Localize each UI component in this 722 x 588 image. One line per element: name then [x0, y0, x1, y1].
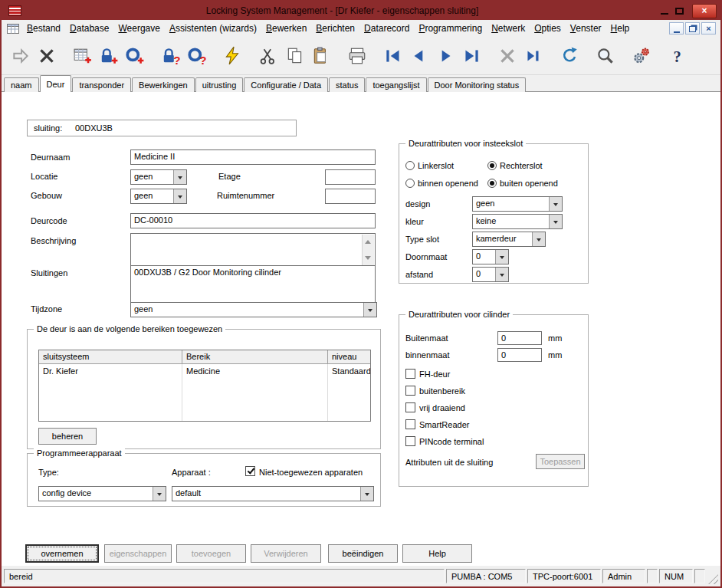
- kleur-dropdown-arrow-icon[interactable]: [549, 215, 562, 228]
- menu-help[interactable]: Help: [606, 21, 635, 36]
- locatie-dropdown-arrow-icon[interactable]: [173, 170, 186, 184]
- menu-opties[interactable]: Opties: [530, 21, 566, 36]
- menu-berichten[interactable]: Berichten: [311, 21, 359, 36]
- toevoegen-button[interactable]: toevoegen: [176, 544, 246, 563]
- niet-toegewezen-checkbox[interactable]: [245, 466, 255, 476]
- doornmaat-dropdown[interactable]: 0: [472, 249, 509, 264]
- deurnaam-input[interactable]: Medicine II: [130, 149, 376, 165]
- binnen-openend-radio[interactable]: [405, 179, 415, 188]
- buitenmaat-input[interactable]: 0: [497, 331, 542, 345]
- doornmaat-dropdown-arrow-icon[interactable]: [495, 250, 508, 264]
- tab-transponder[interactable]: transponder: [72, 77, 131, 92]
- first-record-button[interactable]: [382, 44, 405, 67]
- apparaat-dropdown[interactable]: default: [172, 486, 374, 501]
- kleur-dropdown[interactable]: keine: [472, 214, 563, 229]
- filter-settings-button[interactable]: [630, 44, 653, 67]
- transfer-button[interactable]: [9, 44, 32, 67]
- menu-netwerk[interactable]: Netwerk: [487, 21, 530, 36]
- cross-button[interactable]: [35, 44, 58, 67]
- app-icon[interactable]: [8, 5, 21, 16]
- beeindigen-button[interactable]: beëindigen: [328, 544, 398, 563]
- tab-configuratie-data[interactable]: Configuratie / Data: [244, 77, 328, 92]
- add-lock-button[interactable]: [97, 44, 120, 67]
- mdi-minimize-button[interactable]: [669, 22, 684, 34]
- sluitingen-textarea[interactable]: 00DXU3B / G2 Door Monitoring cilinder: [130, 265, 376, 304]
- buitenbereik-checkbox[interactable]: [405, 386, 415, 396]
- goto-record-button[interactable]: [522, 44, 545, 67]
- menu-datarecord[interactable]: Datarecord: [359, 21, 414, 36]
- verwijderen-button[interactable]: Verwijderen: [251, 544, 321, 563]
- vrij-draaiend-checkbox[interactable]: [405, 402, 415, 412]
- tab-naam[interactable]: naam: [4, 77, 39, 92]
- pincode-terminal-checkbox[interactable]: [405, 436, 415, 446]
- beschrijving-scrollbar[interactable]: [362, 235, 374, 265]
- beheren-button[interactable]: beheren: [38, 428, 97, 445]
- menu-bewerken[interactable]: Bewerken: [261, 21, 311, 36]
- tab-door-monitoring-status[interactable]: Door Monitoring status: [428, 77, 527, 92]
- previous-record-button[interactable]: [408, 44, 431, 67]
- afstand-dropdown[interactable]: 0: [472, 267, 509, 282]
- design-dropdown[interactable]: geen: [472, 196, 563, 212]
- read-transponder-button[interactable]: ?: [185, 44, 208, 67]
- design-dropdown-arrow-icon[interactable]: [549, 197, 562, 211]
- mdi-close-button[interactable]: ×: [701, 22, 716, 34]
- gebouw-dropdown[interactable]: geen: [130, 189, 187, 204]
- table-row[interactable]: Dr. Kiefer Medicine Standaard: [39, 366, 370, 376]
- overnemen-button[interactable]: overnemen: [25, 544, 99, 563]
- apparaat-dropdown-arrow-icon[interactable]: [360, 487, 373, 501]
- menu-venster[interactable]: Venster: [566, 21, 606, 36]
- refresh-button[interactable]: [558, 44, 581, 67]
- delete-record-button[interactable]: [496, 44, 519, 67]
- menu-database[interactable]: Database: [65, 21, 113, 36]
- menu-bestand[interactable]: Bestand: [22, 21, 65, 36]
- tijdzone-dropdown-arrow-icon[interactable]: [363, 303, 376, 317]
- maximize-button[interactable]: [675, 8, 684, 15]
- column-header-bereik[interactable]: Bereik: [182, 350, 328, 363]
- tab-uitrusting[interactable]: uitrusting: [195, 77, 244, 92]
- mdi-restore-button[interactable]: [685, 22, 700, 34]
- afstand-dropdown-arrow-icon[interactable]: [495, 268, 508, 281]
- type-slot-dropdown[interactable]: kamerdeur: [472, 232, 546, 247]
- beschrijving-textarea[interactable]: [130, 233, 376, 267]
- tab-bewerkingen[interactable]: Bewerkingen: [132, 77, 195, 92]
- cut-button[interactable]: [258, 44, 281, 67]
- tab-status[interactable]: status: [329, 77, 365, 92]
- smartreader-checkbox[interactable]: [405, 419, 415, 429]
- eigenschappen-button[interactable]: eigenschappen: [104, 544, 172, 563]
- etage-input[interactable]: [325, 169, 376, 185]
- tab-deur[interactable]: Deur: [40, 75, 72, 92]
- buiten-openend-radio[interactable]: [487, 179, 497, 188]
- fh-deur-checkbox[interactable]: [405, 369, 415, 379]
- child-system-menu-icon[interactable]: [7, 24, 19, 34]
- column-header-niveau[interactable]: niveau: [328, 350, 370, 363]
- help-button[interactable]: ?: [666, 44, 689, 67]
- copy-button[interactable]: [284, 44, 307, 67]
- print-button[interactable]: [346, 44, 369, 67]
- menu-programmering[interactable]: Programmering: [414, 21, 487, 36]
- menu-weergave[interactable]: Weergave: [113, 21, 164, 36]
- binnenmaat-input[interactable]: 0: [497, 348, 542, 362]
- last-record-button[interactable]: [460, 44, 483, 67]
- read-lock-button[interactable]: ?: [159, 44, 182, 67]
- type-dropdown[interactable]: config device: [38, 486, 166, 501]
- paste-button[interactable]: [310, 44, 333, 67]
- resize-grip[interactable]: [708, 574, 718, 584]
- rechterslot-radio[interactable]: [487, 161, 497, 170]
- menu-assistenten[interactable]: Assistenten (wizards): [165, 21, 261, 36]
- type-slot-dropdown-arrow-icon[interactable]: [532, 232, 545, 246]
- program-flash-button[interactable]: [222, 44, 244, 67]
- ruimtenummer-input[interactable]: [325, 189, 376, 204]
- gebouw-dropdown-arrow-icon[interactable]: [173, 189, 186, 203]
- add-locking-system-button[interactable]: [71, 44, 94, 67]
- tijdzone-dropdown[interactable]: geen: [130, 302, 377, 317]
- add-transponder-button[interactable]: [123, 44, 146, 67]
- next-record-button[interactable]: [434, 44, 457, 67]
- linkerslot-radio[interactable]: [405, 161, 415, 170]
- tab-toegangslijst[interactable]: toegangslijst: [366, 77, 426, 92]
- close-button[interactable]: [692, 4, 717, 18]
- search-button[interactable]: [594, 44, 617, 67]
- toepassen-button[interactable]: Toepassen: [536, 454, 585, 469]
- type-dropdown-arrow-icon[interactable]: [153, 487, 166, 501]
- locatie-dropdown[interactable]: geen: [130, 169, 187, 185]
- minimize-button[interactable]: [660, 7, 669, 15]
